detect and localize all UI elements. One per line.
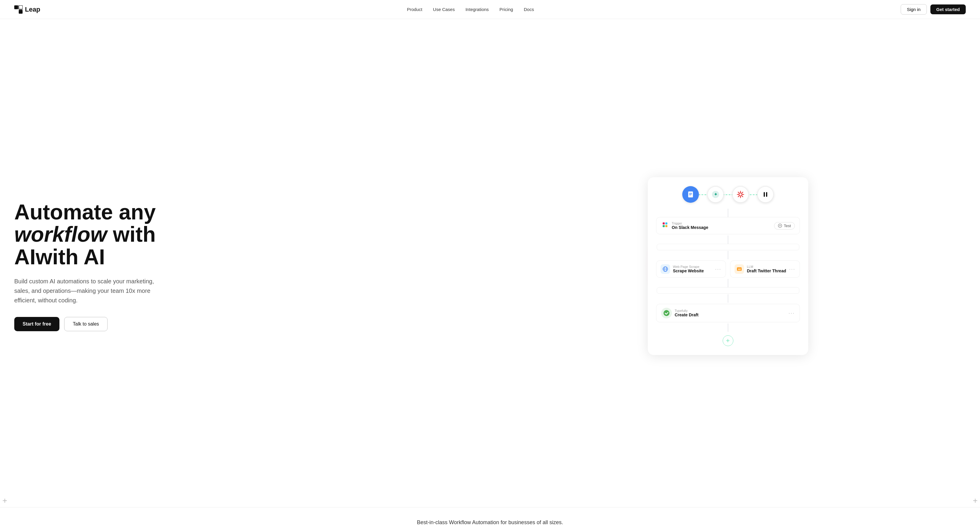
- connector-4: [728, 279, 728, 287]
- talk-sales-button[interactable]: Talk to sales: [64, 317, 108, 331]
- step1-label: Web Page Scrape: [673, 265, 704, 268]
- nav-pricing[interactable]: Pricing: [500, 7, 513, 12]
- hero-heading: Automate anyworkflow with AIwith AI: [14, 201, 181, 268]
- svg-rect-6: [689, 195, 691, 195]
- svg-rect-11: [766, 192, 767, 197]
- connector-box-1: [657, 244, 799, 250]
- bottom-section: Best-in-class Workflow Automation for bu…: [0, 507, 980, 531]
- nav-actions: Sign in Get started: [900, 4, 966, 14]
- connector-3: [728, 251, 728, 259]
- svg-rect-4: [689, 193, 692, 193]
- play-icon: [778, 223, 782, 228]
- step2-title: Draft Twitter Thread: [747, 268, 786, 273]
- svg-rect-10: [764, 192, 765, 197]
- bottom-text: Best-in-class Workflow Automation for bu…: [14, 520, 966, 526]
- hero-subtext: Build custom AI automations to scale you…: [14, 276, 157, 305]
- trigger-label: Trigger: [672, 222, 708, 225]
- nav-use-cases[interactable]: Use Cases: [433, 7, 455, 12]
- typefully-menu[interactable]: ···: [788, 310, 795, 316]
- step-scrape-left: Web Page Scrape Scrape Website: [660, 264, 704, 274]
- nav-integrations[interactable]: Integrations: [465, 7, 488, 12]
- logo-text: Leap: [25, 6, 40, 13]
- workflow-card: ✦: [648, 177, 808, 355]
- settings-icon-circle: [732, 186, 749, 203]
- connector-6: [728, 324, 728, 332]
- docs-icon-circle: [682, 186, 699, 203]
- nav-docs[interactable]: Docs: [524, 7, 534, 12]
- svg-rect-13: [665, 222, 667, 225]
- hero-section: + + Automate anyworkflow with AIwith AI …: [0, 19, 980, 507]
- typefully-block: Typefully Create Draft ···: [656, 304, 800, 322]
- add-step-row: +: [656, 335, 800, 346]
- svg-rect-0: [14, 5, 18, 9]
- hero-left: Automate anyworkflow with AIwith AI Buil…: [14, 201, 181, 332]
- trigger-title: On Slack Message: [672, 225, 708, 230]
- openai-icon: ✦: [711, 190, 720, 199]
- llm-icon: AI: [735, 264, 744, 274]
- settings-icon: [736, 190, 745, 199]
- logo-icon: [14, 5, 22, 14]
- nav-links: Product Use Cases Integrations Pricing D…: [407, 7, 534, 12]
- svg-point-9: [739, 193, 742, 196]
- step-scrape-text: Web Page Scrape Scrape Website: [673, 265, 704, 273]
- pause-icon-circle: [757, 186, 774, 203]
- svg-text:AI: AI: [738, 268, 740, 271]
- step-llm: AI LLM Draft Twitter Thread ···: [730, 260, 800, 278]
- openai-icon-circle: ✦: [707, 186, 724, 203]
- connector-1: [728, 209, 728, 217]
- svg-rect-15: [665, 225, 667, 227]
- svg-marker-17: [780, 225, 781, 226]
- step-scrape-menu[interactable]: ···: [715, 266, 721, 272]
- step-llm-text: LLM Draft Twitter Thread: [747, 265, 786, 273]
- hero-buttons: Start for free Talk to sales: [14, 317, 181, 331]
- start-free-button[interactable]: Start for free: [14, 317, 59, 331]
- workflow-top-icons: ✦: [656, 186, 800, 203]
- logo-link[interactable]: Leap: [14, 5, 40, 14]
- trigger-text: Trigger On Slack Message: [672, 222, 708, 230]
- slack-icon: [661, 221, 669, 230]
- corner-cross-right: +: [970, 494, 980, 507]
- svg-rect-5: [689, 194, 692, 195]
- steps-row: Web Page Scrape Scrape Website ··· AI: [656, 260, 800, 278]
- svg-rect-3: [688, 191, 693, 198]
- connector-5: [728, 294, 728, 303]
- navbar: Leap Product Use Cases Integrations Pric…: [0, 0, 980, 19]
- getstarted-button[interactable]: Get started: [931, 5, 966, 14]
- trigger-block: Trigger On Slack Message Test: [656, 217, 800, 234]
- signin-button[interactable]: Sign in: [900, 4, 927, 14]
- typefully-text: Typefully Create Draft: [675, 309, 698, 317]
- step2-label: LLM: [747, 265, 786, 268]
- nav-product[interactable]: Product: [407, 7, 422, 12]
- svg-rect-12: [663, 222, 665, 225]
- trigger-left: Trigger On Slack Message: [661, 221, 708, 230]
- svg-rect-1: [19, 10, 22, 14]
- corner-cross-left: +: [0, 494, 10, 507]
- svg-text:✦: ✦: [713, 192, 718, 197]
- scrape-icon: [660, 264, 670, 274]
- svg-point-23: [663, 310, 670, 316]
- step1-title: Scrape Website: [673, 268, 704, 273]
- typefully-title: Create Draft: [675, 313, 698, 317]
- docs-icon: [686, 190, 695, 199]
- step-llm-menu[interactable]: ···: [789, 266, 795, 272]
- typefully-label: Typefully: [675, 309, 698, 313]
- step-llm-left: AI LLM Draft Twitter Thread: [735, 264, 786, 274]
- connector-2: [728, 236, 728, 244]
- typefully-icon: [661, 308, 672, 319]
- test-button[interactable]: Test: [774, 222, 795, 230]
- connector-box-2: [657, 287, 799, 294]
- svg-rect-2: [19, 5, 22, 9]
- pause-icon: [761, 190, 770, 199]
- add-step-button[interactable]: +: [723, 335, 733, 346]
- step-scrape: Web Page Scrape Scrape Website ···: [656, 260, 726, 278]
- typefully-left: Typefully Create Draft: [661, 308, 698, 319]
- hero-right: ✦: [490, 177, 966, 355]
- svg-rect-14: [663, 225, 665, 227]
